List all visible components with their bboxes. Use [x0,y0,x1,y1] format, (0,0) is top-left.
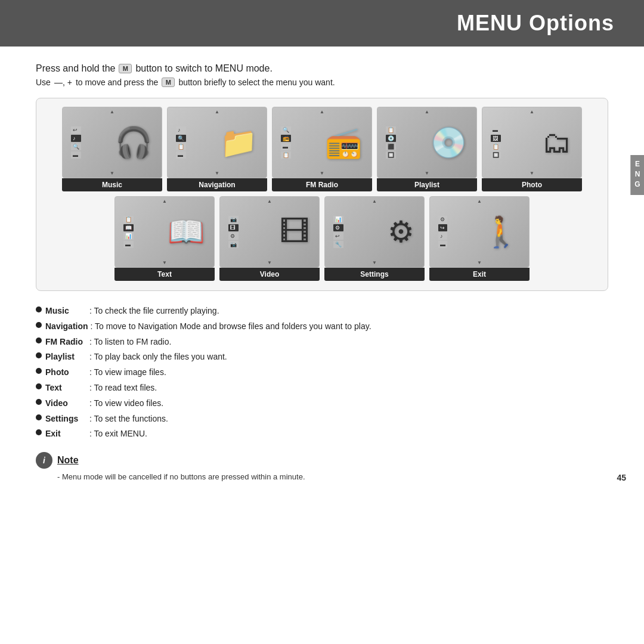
desc-playlist: Playlist : To play back only the files y… [36,350,608,364]
photo-menu-item-1: ▬ [491,126,501,134]
menu-item-exit[interactable]: ▲ ⚙ ↪ ♪ ▬ 🚶 ▼ Exit [429,196,530,281]
arrow-bottom-photo: ▼ [530,171,534,176]
exit-menu-item-2: ↪ [438,224,447,231]
text-icon: 📖 [168,215,205,249]
intro-line1: Press and hold the M button to switch to… [36,63,608,74]
thumb-content-exit: ⚙ ↪ ♪ ▬ 🚶 [434,199,525,265]
thumb-menu-exit: ⚙ ↪ ♪ ▬ [438,216,447,248]
arrow-bottom-nav: ▼ [215,171,219,176]
menu-thumb-exit: ▲ ⚙ ↪ ♪ ▬ 🚶 ▼ [429,196,530,268]
thumb-menu-music: ↩ ♪ 🔍 ▬ [71,126,81,159]
desc-video-text: Video : To view video files. [45,397,163,411]
fm-menu-item-2: 📻 [281,135,291,142]
thumb-menu-playlist: 📋 💿 ⬛ 🔲 [386,126,396,159]
desc-music: Music : To check the file currently play… [36,304,608,318]
intro-line2-middle: to move and press the [76,78,159,87]
desc-photo: Photo : To view image files. [36,366,608,380]
exit-menu-item-4: ▬ [438,241,447,248]
page-header: MENU Options [0,0,644,47]
arrow-bottom-music: ▼ [110,171,114,176]
music-menu-item-3: 🔍 [71,143,81,150]
text-menu-item-2: 📖 [123,224,134,231]
settings-menu-item-3: ↩ [333,233,343,240]
intro-line2-before: Use [36,78,51,87]
thumb-content-video: 📷 🎞 ⚙ 📷 🎞 [224,199,315,265]
desc-text: Text : To read text files. [36,381,608,395]
fm-menu-item-3: ▬ [281,143,291,150]
thumb-content-fm: 🔍 📻 ▬ 📋 📻 [276,110,368,175]
thumb-content-playlist: 📋 💿 ⬛ 🔲 💿 [381,110,473,175]
thumb-menu-fm: 🔍 📻 ▬ 📋 [281,126,291,159]
menu-item-text[interactable]: ▲ 📋 📖 📊 ▬ 📖 ▼ Text [114,196,215,281]
menu-thumb-playlist: ▲ 📋 💿 ⬛ 🔲 💿 ▼ [377,107,477,178]
menu-item-playlist[interactable]: ▲ 📋 💿 ⬛ 🔲 💿 ▼ Playlist [377,107,477,191]
fm-icon: 📻 [325,125,362,160]
note-icon: i [36,452,52,469]
arrow-bottom-text: ▼ [162,260,167,265]
descriptions-list: Music : To check the file currently play… [36,304,608,441]
playlist-icon: 💿 [430,125,467,160]
arrow-bottom-settings: ▼ [372,260,377,265]
desc-music-text: Music : To check the file currently play… [45,304,219,318]
menu-label-text: Text [114,268,215,281]
menu-item-music[interactable]: ▲ ↩ ♪ 🔍 ▬ 🎧 ▼ Music [62,107,162,191]
desc-exit: Exit : To exit MENU. [36,427,608,441]
menu-thumb-photo: ▲ ▬ 🖼 📋 🔲 🗂 ▼ [482,107,582,178]
thumb-menu-nav: ♪ 🔍 📋 ▬ [176,126,186,159]
intro-line2: Use —, + to move and press the M button … [36,78,608,87]
thumb-content-music: ↩ ♪ 🔍 ▬ 🎧 [66,110,158,175]
menu-item-navigation[interactable]: ▲ ♪ 🔍 📋 ▬ 📁 ▼ Navigation [167,107,267,191]
menu-thumb-text: ▲ 📋 📖 📊 ▬ 📖 ▼ [114,196,215,268]
nav-menu-item-1: ♪ [176,126,186,134]
settings-menu-item-2: ⚙ [333,224,343,231]
menu-item-settings[interactable]: ▲ 📊 ⚙ ↩ 🔧 ⚙ ▼ Settings [324,196,425,281]
desc-exit-text: Exit : To exit MENU. [45,427,147,441]
arrow-bottom-playlist: ▼ [425,171,429,176]
menu-item-photo[interactable]: ▲ ▬ 🖼 📋 🔲 🗂 ▼ Photo [482,107,582,191]
settings-icon: ⚙ [388,215,414,249]
pl-menu-item-2: 💿 [386,135,396,142]
photo-menu-item-3: 📋 [491,143,501,150]
desc-settings-text: Settings : To set the functions. [45,412,168,426]
video-icon: 🎞 [280,215,309,249]
thumb-content-settings: 📊 ⚙ ↩ 🔧 ⚙ [329,199,420,265]
arrow-bottom-fm: ▼ [320,171,324,176]
photo-menu-item-4: 🔲 [491,151,501,159]
menu-thumb-navigation: ▲ ♪ 🔍 📋 ▬ 📁 ▼ [167,107,267,178]
thumb-content-photo: ▬ 🖼 📋 🔲 🗂 [486,110,578,175]
menu-label-exit: Exit [429,268,530,281]
thumb-menu-photo: ▬ 🖼 📋 🔲 [491,126,501,159]
menu-thumb-settings: ▲ 📊 ⚙ ↩ 🔧 ⚙ ▼ [324,196,425,268]
bullet-music [36,306,42,312]
desc-navigation-text: Navigation : To move to Navigation Mode … [45,320,371,334]
menu-item-video[interactable]: ▲ 📷 🎞 ⚙ 📷 🎞 ▼ Video [219,196,320,281]
desc-settings: Settings : To set the functions. [36,412,608,426]
photo-icon: 🗂 [542,125,572,160]
nav-menu-item-4: ▬ [176,151,186,159]
note-header: i Note [36,452,608,469]
bullet-fm [36,338,42,343]
bullet-navigation [36,322,42,328]
menu-label-playlist: Playlist [377,178,477,191]
menu-item-fm-radio[interactable]: ▲ 🔍 📻 ▬ 📋 📻 ▼ FM Radio [272,107,372,191]
page-title: MENU Options [0,11,626,36]
fm-menu-item-4: 📋 [281,151,291,159]
exit-menu-item-3: ♪ [438,233,447,240]
pl-menu-item-3: ⬛ [386,143,396,150]
page-content: Press and hold the M button to switch to… [0,47,644,493]
photo-menu-item-2: 🖼 [491,135,501,142]
video-menu-item-1: 📷 [228,216,239,223]
bullet-photo [36,368,42,374]
video-menu-item-3: ⚙ [228,233,239,240]
menu-row-2: ▲ 📋 📖 📊 ▬ 📖 ▼ Text [45,196,599,281]
bullet-text [36,383,42,389]
nav-menu-item-2: 🔍 [176,135,186,142]
note-text: - Menu mode will be cancelled if no butt… [36,472,608,481]
arrow-bottom-exit: ▼ [477,260,482,265]
video-menu-item-4: 📷 [228,241,239,248]
desc-fm-text: FM Radio : To listen to FM radio. [45,335,171,349]
bullet-playlist [36,352,42,358]
menu-label-music: Music [62,178,162,191]
desc-photo-text: Photo : To view image files. [45,366,166,380]
bullet-exit [36,429,42,435]
